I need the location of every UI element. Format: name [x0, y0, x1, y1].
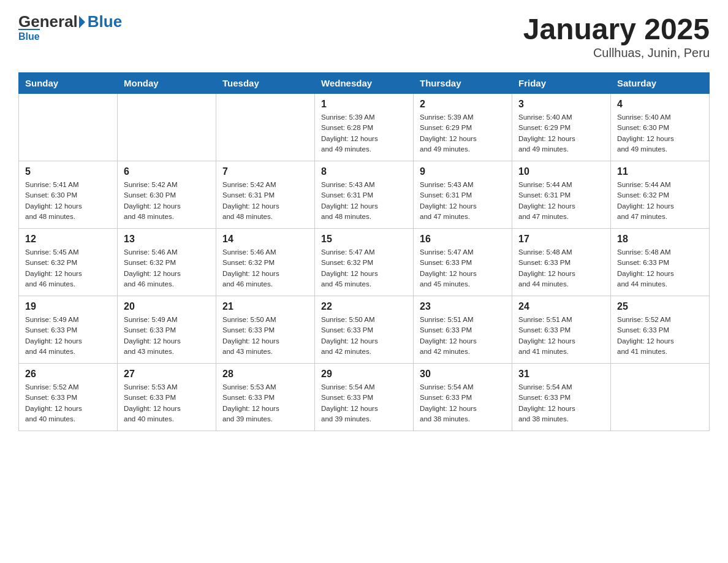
table-row: 16Sunrise: 5:47 AMSunset: 6:33 PMDayligh… [414, 229, 512, 296]
day-number: 10 [518, 166, 604, 177]
table-row: 11Sunrise: 5:44 AMSunset: 6:32 PMDayligh… [611, 161, 710, 229]
day-info: Sunrise: 5:46 AMSunset: 6:32 PMDaylight:… [222, 247, 308, 289]
table-row: 18Sunrise: 5:48 AMSunset: 6:33 PMDayligh… [611, 229, 710, 296]
day-number: 18 [617, 234, 703, 245]
day-header-sunday: Sunday [19, 73, 118, 94]
day-info: Sunrise: 5:39 AMSunset: 6:29 PMDaylight:… [420, 112, 506, 155]
day-number: 11 [617, 166, 703, 177]
day-number: 23 [420, 301, 506, 312]
table-row: 30Sunrise: 5:54 AMSunset: 6:33 PMDayligh… [414, 364, 512, 431]
logo: General Blue Blue [18, 12, 122, 42]
day-info: Sunrise: 5:42 AMSunset: 6:30 PMDaylight:… [124, 180, 210, 222]
days-of-week-row: SundayMondayTuesdayWednesdayThursdayFrid… [19, 73, 710, 94]
day-number: 20 [124, 301, 210, 312]
day-number: 28 [222, 369, 308, 380]
table-row: 3Sunrise: 5:40 AMSunset: 6:29 PMDaylight… [512, 94, 611, 161]
table-row [611, 364, 710, 431]
day-number: 9 [420, 166, 506, 177]
table-row: 24Sunrise: 5:51 AMSunset: 6:33 PMDayligh… [512, 296, 611, 364]
day-info: Sunrise: 5:54 AMSunset: 6:33 PMDaylight:… [420, 382, 506, 424]
day-number: 25 [617, 301, 703, 312]
day-number: 15 [321, 234, 407, 245]
table-row [118, 94, 216, 161]
table-row: 29Sunrise: 5:54 AMSunset: 6:33 PMDayligh… [315, 364, 414, 431]
day-info: Sunrise: 5:53 AMSunset: 6:33 PMDaylight:… [124, 382, 210, 424]
day-info: Sunrise: 5:48 AMSunset: 6:33 PMDaylight:… [518, 247, 604, 289]
table-row: 23Sunrise: 5:51 AMSunset: 6:33 PMDayligh… [414, 296, 512, 364]
calendar-header: SundayMondayTuesdayWednesdayThursdayFrid… [19, 73, 710, 94]
day-info: Sunrise: 5:43 AMSunset: 6:31 PMDaylight:… [321, 180, 407, 222]
table-row: 25Sunrise: 5:52 AMSunset: 6:33 PMDayligh… [611, 296, 710, 364]
table-row: 17Sunrise: 5:48 AMSunset: 6:33 PMDayligh… [512, 229, 611, 296]
table-row: 22Sunrise: 5:50 AMSunset: 6:33 PMDayligh… [315, 296, 414, 364]
table-row: 10Sunrise: 5:44 AMSunset: 6:31 PMDayligh… [512, 161, 611, 229]
day-number: 1 [321, 99, 407, 110]
calendar-body: 1Sunrise: 5:39 AMSunset: 6:28 PMDaylight… [19, 94, 710, 431]
day-number: 5 [25, 166, 111, 177]
day-info: Sunrise: 5:47 AMSunset: 6:33 PMDaylight:… [420, 247, 506, 289]
day-number: 29 [321, 369, 407, 380]
table-row: 27Sunrise: 5:53 AMSunset: 6:33 PMDayligh… [118, 364, 216, 431]
table-row: 14Sunrise: 5:46 AMSunset: 6:32 PMDayligh… [216, 229, 315, 296]
day-number: 27 [124, 369, 210, 380]
day-info: Sunrise: 5:45 AMSunset: 6:32 PMDaylight:… [25, 247, 111, 289]
logo-arrow-icon [79, 16, 85, 28]
table-row: 9Sunrise: 5:43 AMSunset: 6:31 PMDaylight… [414, 161, 512, 229]
day-header-saturday: Saturday [611, 73, 710, 94]
day-number: 14 [222, 234, 308, 245]
table-row: 8Sunrise: 5:43 AMSunset: 6:31 PMDaylight… [315, 161, 414, 229]
day-info: Sunrise: 5:52 AMSunset: 6:33 PMDaylight:… [25, 382, 111, 424]
week-row-1: 1Sunrise: 5:39 AMSunset: 6:28 PMDaylight… [19, 94, 710, 161]
week-row-2: 5Sunrise: 5:41 AMSunset: 6:30 PMDaylight… [19, 161, 710, 229]
day-number: 26 [25, 369, 111, 380]
day-number: 30 [420, 369, 506, 380]
day-info: Sunrise: 5:54 AMSunset: 6:33 PMDaylight:… [321, 382, 407, 424]
table-row: 5Sunrise: 5:41 AMSunset: 6:30 PMDaylight… [19, 161, 118, 229]
day-info: Sunrise: 5:46 AMSunset: 6:32 PMDaylight:… [124, 247, 210, 289]
day-number: 17 [518, 234, 604, 245]
table-row: 2Sunrise: 5:39 AMSunset: 6:29 PMDaylight… [414, 94, 512, 161]
week-row-4: 19Sunrise: 5:49 AMSunset: 6:33 PMDayligh… [19, 296, 710, 364]
day-number: 6 [124, 166, 210, 177]
table-row: 15Sunrise: 5:47 AMSunset: 6:32 PMDayligh… [315, 229, 414, 296]
day-number: 7 [222, 166, 308, 177]
table-row: 19Sunrise: 5:49 AMSunset: 6:33 PMDayligh… [19, 296, 118, 364]
day-number: 8 [321, 166, 407, 177]
day-info: Sunrise: 5:48 AMSunset: 6:33 PMDaylight:… [617, 247, 703, 289]
table-row: 12Sunrise: 5:45 AMSunset: 6:32 PMDayligh… [19, 229, 118, 296]
table-row: 6Sunrise: 5:42 AMSunset: 6:30 PMDaylight… [118, 161, 216, 229]
title-block: January 2025 Cullhuas, Junin, Peru [523, 12, 710, 60]
day-info: Sunrise: 5:42 AMSunset: 6:31 PMDaylight:… [222, 180, 308, 222]
table-row: 26Sunrise: 5:52 AMSunset: 6:33 PMDayligh… [19, 364, 118, 431]
day-header-tuesday: Tuesday [216, 73, 315, 94]
table-row: 1Sunrise: 5:39 AMSunset: 6:28 PMDaylight… [315, 94, 414, 161]
day-header-monday: Monday [118, 73, 216, 94]
day-info: Sunrise: 5:40 AMSunset: 6:30 PMDaylight:… [617, 112, 703, 155]
table-row: 7Sunrise: 5:42 AMSunset: 6:31 PMDaylight… [216, 161, 315, 229]
table-row: 31Sunrise: 5:54 AMSunset: 6:33 PMDayligh… [512, 364, 611, 431]
day-info: Sunrise: 5:44 AMSunset: 6:32 PMDaylight:… [617, 180, 703, 222]
page-header: General Blue Blue January 2025 Cullhuas,… [18, 12, 710, 60]
table-row: 21Sunrise: 5:50 AMSunset: 6:33 PMDayligh… [216, 296, 315, 364]
day-info: Sunrise: 5:50 AMSunset: 6:33 PMDaylight:… [222, 315, 308, 357]
day-info: Sunrise: 5:51 AMSunset: 6:33 PMDaylight:… [518, 315, 604, 357]
day-info: Sunrise: 5:49 AMSunset: 6:33 PMDaylight:… [124, 315, 210, 357]
page-title: January 2025 [523, 12, 710, 46]
week-row-5: 26Sunrise: 5:52 AMSunset: 6:33 PMDayligh… [19, 364, 710, 431]
day-info: Sunrise: 5:39 AMSunset: 6:28 PMDaylight:… [321, 112, 407, 155]
day-number: 31 [518, 369, 604, 380]
day-info: Sunrise: 5:53 AMSunset: 6:33 PMDaylight:… [222, 382, 308, 424]
day-header-wednesday: Wednesday [315, 73, 414, 94]
day-info: Sunrise: 5:44 AMSunset: 6:31 PMDaylight:… [518, 180, 604, 222]
day-info: Sunrise: 5:41 AMSunset: 6:30 PMDaylight:… [25, 180, 111, 222]
table-row: 4Sunrise: 5:40 AMSunset: 6:30 PMDaylight… [611, 94, 710, 161]
day-info: Sunrise: 5:47 AMSunset: 6:32 PMDaylight:… [321, 247, 407, 289]
day-info: Sunrise: 5:50 AMSunset: 6:33 PMDaylight:… [321, 315, 407, 357]
day-number: 3 [518, 99, 604, 110]
table-row [216, 94, 315, 161]
calendar-table: SundayMondayTuesdayWednesdayThursdayFrid… [18, 72, 710, 431]
day-number: 12 [25, 234, 111, 245]
day-number: 21 [222, 301, 308, 312]
day-info: Sunrise: 5:43 AMSunset: 6:31 PMDaylight:… [420, 180, 506, 222]
day-number: 19 [25, 301, 111, 312]
